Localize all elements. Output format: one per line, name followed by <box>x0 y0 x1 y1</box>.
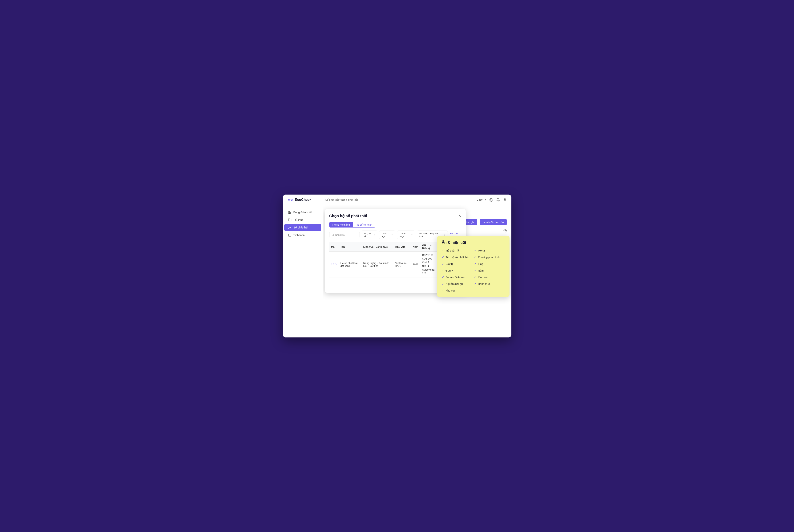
col-toggle-danh-muc[interactable]: ✓ Danh mục <box>474 282 505 286</box>
logo-text: EcoCheck <box>295 198 311 202</box>
danh-muc-filter[interactable]: Danh mục ▾ <box>397 231 415 239</box>
tab-personal[interactable]: Hệ số cá nhân <box>353 222 375 227</box>
user-icon[interactable] <box>503 198 507 202</box>
check-icon: ✓ <box>442 276 444 279</box>
svg-point-10 <box>332 234 334 236</box>
svg-rect-1 <box>288 211 289 212</box>
emission-factor-code[interactable]: 1.2.3 <box>329 251 339 278</box>
col-toggle-source-datasset[interactable]: ✓ Source Datasset <box>442 276 473 279</box>
check-icon: ✓ <box>474 276 476 279</box>
sidebar-label-dashboard: Bảng điều khiển <box>294 211 313 214</box>
col-toggle-flag[interactable]: ✓ Flag <box>474 262 505 266</box>
user-menu[interactable]: BeevR ▾ <box>477 198 486 201</box>
col-toggle-gia-tri[interactable]: ✓ Giá trị <box>442 262 473 266</box>
sidebar-label-organization: Tổ chức <box>294 218 303 222</box>
sidebar-item-organization[interactable]: Tổ chức <box>284 216 321 224</box>
sidebar-item-calculation[interactable]: Tính toán <box>284 231 321 239</box>
sidebar-item-dashboard[interactable]: Bảng điều khiển <box>284 209 321 216</box>
column-grid: ✓ Mã quản lý ✓ Mô tả ✓ Tên hệ số phát th… <box>442 249 505 292</box>
col-toggle-ma-quan-ly[interactable]: ✓ Mã quản lý <box>442 249 473 252</box>
column-settings-icon[interactable] <box>504 229 507 233</box>
col-toggle-don-vi[interactable]: ✓ Đơn vị <box>442 269 473 272</box>
chevron-down-icon: ▾ <box>392 234 393 236</box>
tab-system[interactable]: Hệ số hệ thống <box>329 222 353 227</box>
col-toggle-nam[interactable]: ✓ Năm <box>474 269 505 272</box>
search-icon <box>332 234 334 236</box>
svg-rect-2 <box>290 211 291 212</box>
svg-rect-4 <box>290 213 291 214</box>
folder-icon <box>288 218 291 222</box>
col-toggle-khu-vuc[interactable]: ✓ Khu vực <box>442 289 473 292</box>
col-toggle-nguon-du-lieu[interactable]: ✓ Nguồn dữ liệu <box>442 282 473 286</box>
modal-search-input[interactable]: Nhập mã <box>329 232 360 238</box>
tab-group: Hệ số hệ thống Hệ số cá nhân <box>329 222 376 228</box>
chevron-down-icon: ▾ <box>485 198 486 201</box>
check-icon: ✓ <box>474 255 476 259</box>
sidebar-label-emissions: Số phát thải <box>294 226 308 229</box>
sidebar: Bảng điều khiển Tổ chức Số phát thải Tín… <box>283 205 323 338</box>
check-icon: ✓ <box>474 269 476 272</box>
breadcrumb: Số phát thải/Nhật kí phát thải <box>325 198 477 201</box>
linh-vuc-filter[interactable]: Lĩnh vực ▾ <box>379 231 395 239</box>
svg-point-9 <box>505 230 506 231</box>
check-icon: ✓ <box>442 269 444 272</box>
svg-point-5 <box>289 226 290 227</box>
check-icon: ✓ <box>442 262 444 266</box>
check-icon: ✓ <box>442 255 444 259</box>
calculation-icon <box>288 233 291 237</box>
column-visibility-panel: Ẩn & hiện cột ✓ Mã quản lý ✓ Mô tả ✓ Tên… <box>437 236 510 297</box>
column-panel-title: Ẩn & hiện cột <box>442 240 505 245</box>
preview-report-button[interactable]: Xem trước báo cáo <box>479 219 507 225</box>
check-icon: ✓ <box>474 262 476 266</box>
close-modal-button[interactable]: ✕ <box>458 214 461 218</box>
sidebar-label-calculation: Tính toán <box>294 234 305 237</box>
dashboard-icon <box>288 211 291 214</box>
modal-header: Chọn hệ số phát thải ✕ <box>329 214 461 218</box>
check-icon: ✓ <box>442 282 444 286</box>
col-toggle-phuong-phap-tinh[interactable]: ✓ Phương pháp tính <box>474 255 505 259</box>
col-toggle-ten-he-so[interactable]: ✓ Tên hệ số phát thải <box>442 255 473 259</box>
chevron-down-icon: ▾ <box>374 234 375 236</box>
logo: EcoCheck <box>287 198 325 202</box>
main-content: Nhật kí phát thải Năm báo cáo * 2023 ▾ T… <box>323 205 511 338</box>
app-header: EcoCheck Số phát thải/Nhật kí phát thải … <box>283 194 511 205</box>
chevron-down-icon: ▾ <box>411 234 413 236</box>
check-icon: ✓ <box>442 249 444 252</box>
col-toggle-mo-ta[interactable]: ✓ Mô tả <box>474 249 505 252</box>
emissions-icon <box>288 226 291 229</box>
bell-icon[interactable] <box>496 198 500 202</box>
sidebar-item-emissions[interactable]: Số phát thải <box>284 224 321 231</box>
pham-vi-filter[interactable]: Phạm vi ▾ <box>362 231 377 239</box>
check-icon: ✓ <box>474 282 476 286</box>
header-actions: BeevR ▾ <box>477 198 507 202</box>
col-toggle-linh-vuc[interactable]: ✓ Lĩnh vực <box>474 276 505 279</box>
svg-rect-3 <box>288 213 289 214</box>
check-icon: ✓ <box>442 289 444 292</box>
globe-icon[interactable] <box>489 198 493 202</box>
check-icon: ✓ <box>474 249 476 252</box>
modal-title: Chọn hệ số phát thải <box>329 214 367 218</box>
